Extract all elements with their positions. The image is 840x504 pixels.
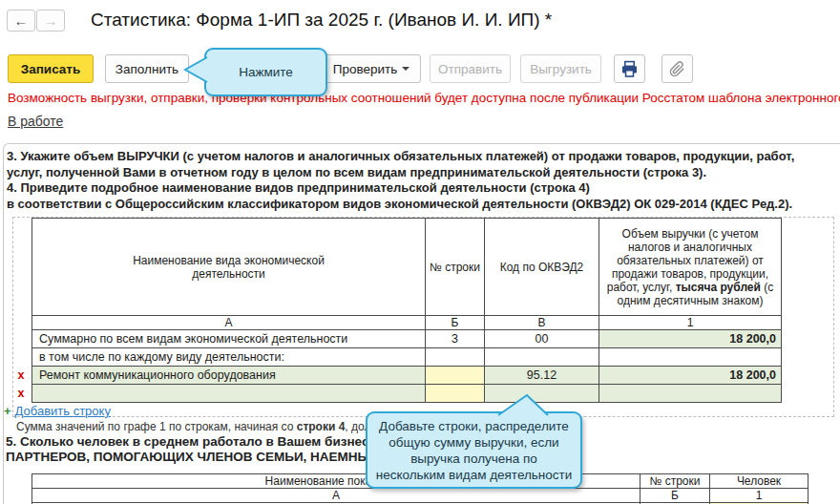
- revenue-value-cell: [599, 348, 782, 367]
- forward-arrow-icon: →: [44, 12, 58, 29]
- instruction-line: в соответствии с Общероссийским классифи…: [7, 197, 794, 213]
- col-header-volume: Объем выручки (с учетом налогов и аналог…: [599, 219, 782, 316]
- back-arrow-button[interactable]: ←: [7, 10, 35, 32]
- sum-check-note: Сумма значений по графе 1 по строкам, на…: [16, 420, 391, 433]
- callout-left-pointer: [183, 55, 208, 84]
- col-header-activity: Наименование вида экономической деятельн…: [32, 219, 426, 316]
- okved-code-cell: 00: [485, 330, 599, 348]
- instruction-line: 3. Укажите объем ВЫРУЧКИ (с учетом налог…: [7, 149, 794, 165]
- delete-row-button[interactable]: x: [14, 387, 28, 400]
- table-row-subheader: в том числе по каждому виду деятельности…: [32, 348, 782, 367]
- table-header-row: Наименование вида экономической деятельн…: [32, 219, 782, 316]
- instruction-line: услуг, полученной Вами в отчетном году в…: [7, 165, 794, 181]
- line-no-cell: 3: [426, 330, 485, 348]
- okved-code-cell[interactable]: 95.12: [485, 367, 599, 385]
- save-button[interactable]: Записать: [8, 54, 94, 83]
- activity-name-cell[interactable]: Ремонт коммуникационного оборудования: [32, 367, 426, 385]
- paperclip-icon: [669, 61, 685, 77]
- line-no-cell[interactable]: [426, 367, 485, 385]
- table-row: [32, 385, 782, 403]
- instructions-text: 3. Укажите объем ВЫРУЧКИ (с учетом налог…: [7, 149, 794, 212]
- letter-cell: А: [32, 489, 640, 503]
- letter-cell: Б: [426, 316, 485, 330]
- press-hint-callout: Нажмите: [204, 48, 327, 96]
- section5-line: ПАРТНЕРОВ, ПОМОГАЮЩИХ ЧЛЕНОВ СЕМЬИ, НАЕМ…: [6, 450, 391, 465]
- check-button-label: Проверить: [333, 62, 398, 76]
- letter-cell: В: [485, 316, 599, 330]
- app-window: ← → Статистика: Форма 1-ИП за 2025 г. (И…: [0, 0, 840, 504]
- activity-name-cell: Суммарно по всем видам экономической дея…: [32, 330, 426, 348]
- rows-hint-callout: Добавьте строки, распределите общую сумм…: [366, 411, 582, 489]
- letter-cell: 1: [599, 316, 782, 330]
- letter-cell: 1: [710, 489, 808, 503]
- letter-cell: Б: [640, 489, 710, 503]
- print-button[interactable]: [614, 54, 645, 83]
- revenue-table: Наименование вида экономической деятельн…: [32, 218, 782, 403]
- export-button[interactable]: Выгрузить: [520, 54, 601, 83]
- page-title: Статистика: Форма 1-ИП за 2025 г. (Ивано…: [91, 10, 552, 31]
- add-row-link[interactable]: Добавить строку: [15, 404, 111, 418]
- col-header-okved: Код по ОКВЭД2: [485, 219, 599, 316]
- back-arrow-icon: ←: [14, 12, 29, 29]
- status-link[interactable]: В работе: [8, 114, 63, 129]
- warning-message: Возможность выгрузки, отправки, проверки…: [8, 91, 840, 105]
- delete-row-button[interactable]: x: [14, 368, 28, 382]
- activity-name-cell: в том числе по каждому виду деятельности…: [32, 348, 426, 367]
- send-button[interactable]: Отправить: [430, 54, 511, 83]
- section5-heading: 5. Сколько человек в среднем работало в …: [6, 434, 391, 465]
- fill-button[interactable]: Заполнить: [105, 54, 189, 83]
- col-header-line-no: № строки: [640, 474, 710, 489]
- col-header-line-no: № строки: [426, 219, 485, 316]
- revenue-value-cell[interactable]: 18 200,0: [599, 330, 782, 348]
- table-row: Ремонт коммуникационного оборудования 95…: [32, 367, 782, 385]
- activity-name-cell[interactable]: [32, 385, 426, 403]
- okved-code-cell: [485, 348, 599, 367]
- attach-button[interactable]: [662, 54, 693, 83]
- add-row-control[interactable]: +Добавить строку: [4, 404, 111, 418]
- line-no-cell: [426, 348, 485, 367]
- chevron-down-icon: [402, 67, 410, 71]
- plus-icon: +: [4, 404, 11, 418]
- revenue-value-cell[interactable]: [599, 385, 782, 403]
- table-row-total: Суммарно по всем видам экономической дея…: [32, 330, 782, 348]
- line-no-cell[interactable]: [426, 385, 485, 403]
- table-letters-row: А Б 1: [32, 489, 808, 503]
- letter-cell: А: [32, 316, 426, 330]
- check-button[interactable]: Проверить: [322, 54, 421, 83]
- section5-line: 5. Сколько человек в среднем работало в …: [6, 434, 391, 450]
- revenue-value-cell[interactable]: 18 200,0: [599, 367, 782, 385]
- col-header-people: Человек: [710, 474, 808, 489]
- callout-top-pointer: [494, 393, 552, 416]
- instruction-line: 4. Приведите подробное наименование видо…: [7, 180, 794, 197]
- forward-arrow-button[interactable]: →: [36, 10, 65, 32]
- printer-icon: [620, 60, 639, 78]
- table-letters-row: А Б В 1: [32, 316, 782, 330]
